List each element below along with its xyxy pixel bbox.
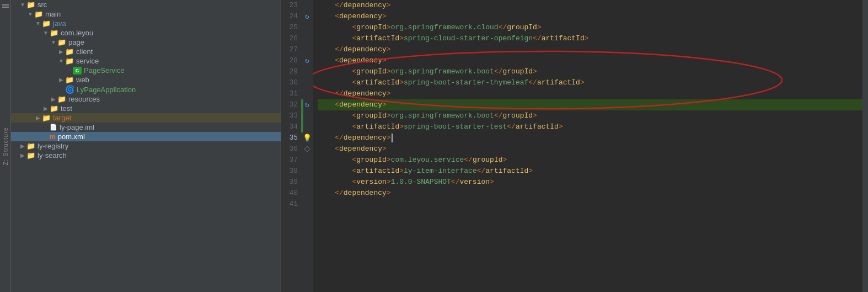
structure-label-text: Z: Structure bbox=[2, 127, 9, 165]
tree-item-target[interactable]: ▶ 📁 target bbox=[11, 113, 281, 123]
editor-panel: 23 24 25 26 27 28 29 30 31 32 33 34 35 3… bbox=[281, 0, 868, 292]
code-line-27: </dependency> bbox=[318, 44, 862, 55]
code-line-41 bbox=[318, 199, 862, 210]
line-num-41: 41 bbox=[281, 199, 301, 210]
tree-item-lypageapp[interactable]: 🌀 LyPageApplication bbox=[11, 84, 281, 94]
code-line-26: <artifactId>spring-cloud-starter-openfei… bbox=[318, 33, 862, 44]
editor-gutter: ↻ ↻ ↻ 💡 bbox=[301, 0, 313, 292]
line-num-28: 28 bbox=[281, 55, 301, 66]
tree-label-lypageiml: ly-page.iml bbox=[60, 123, 94, 131]
line-num-29: 29 bbox=[281, 66, 301, 77]
tree-item-client[interactable]: ▶ 📁 client bbox=[11, 47, 281, 56]
sidebar-dots bbox=[2, 4, 9, 9]
line-num-36: 36 bbox=[281, 144, 301, 155]
tree-label-page: page bbox=[68, 38, 84, 46]
code-line-33: <groupId>org.springframework.boot</group… bbox=[318, 110, 862, 121]
tree-item-service[interactable]: ▼ 📁 service bbox=[11, 56, 281, 66]
sidebar-structure-label: Z: Structure bbox=[0, 0, 11, 292]
editor-scrollbar[interactable] bbox=[862, 0, 868, 292]
code-line-24: <dependency> bbox=[318, 11, 862, 22]
tree-label-test: test bbox=[61, 104, 72, 113]
tree-label-web: web bbox=[76, 76, 89, 84]
line-num-31: 31 bbox=[281, 88, 301, 99]
line-numbers: 23 24 25 26 27 28 29 30 31 32 33 34 35 3… bbox=[281, 0, 301, 292]
line-num-26: 26 bbox=[281, 33, 301, 44]
code-line-40: </dependency> bbox=[318, 188, 862, 199]
tree-label-src: src bbox=[37, 1, 47, 9]
line-num-39: 39 bbox=[281, 177, 301, 188]
line-num-24: 24 bbox=[281, 11, 301, 22]
code-line-28: <dependency> bbox=[318, 55, 862, 66]
code-line-32: <dependency> bbox=[318, 99, 862, 110]
tree-item-pomxml[interactable]: m pom.xml bbox=[11, 132, 281, 141]
tree-label-target: target bbox=[53, 114, 71, 122]
gutter-36[interactable] bbox=[301, 144, 313, 155]
line-num-32: 32 bbox=[281, 99, 301, 110]
line-num-35: 35 bbox=[281, 132, 301, 144]
tree-label-comleyou: com.leyou bbox=[61, 29, 93, 37]
gutter-24[interactable]: ↻ bbox=[301, 11, 313, 22]
line-num-25: 25 bbox=[281, 22, 301, 33]
code-line-31: </dependency> bbox=[318, 88, 862, 99]
line-num-27: 27 bbox=[281, 44, 301, 55]
code-line-29: <groupId>org.springframework.boot</group… bbox=[318, 66, 862, 77]
tree-label-client: client bbox=[76, 47, 93, 56]
tree-item-lysearch[interactable]: ▶ 📁 ly-search bbox=[11, 151, 281, 160]
code-line-25: <groupId>org.springframework.cloud</grou… bbox=[318, 22, 862, 33]
tree-item-java[interactable]: ▼ 📁 java bbox=[11, 19, 281, 28]
tree-label-main: main bbox=[45, 10, 61, 18]
tree-label-pomxml: pom.xml bbox=[58, 132, 85, 141]
line-num-34: 34 bbox=[281, 121, 301, 132]
code-line-23: </dependency> bbox=[318, 0, 862, 11]
gutter-32[interactable]: ↻ bbox=[301, 99, 313, 110]
line-num-37: 37 bbox=[281, 155, 301, 166]
line-num-33: 33 bbox=[281, 110, 301, 121]
tree-label-java: java bbox=[53, 19, 66, 28]
tree-label-lyregistry: ly-registry bbox=[37, 142, 68, 150]
tree-label-resources: resources bbox=[68, 95, 100, 103]
line-num-38: 38 bbox=[281, 166, 301, 177]
code-line-38: <artifactId>ly-item-interface</artifactI… bbox=[318, 166, 862, 177]
code-line-39: <version>1.0.0-SNAPSHOT</version> bbox=[318, 177, 862, 188]
tree-label-lysearch: ly-search bbox=[37, 151, 67, 160]
tree-item-page[interactable]: ▼ 📁 page bbox=[11, 38, 281, 47]
code-content[interactable]: </dependency> <dependency> <groupId>org.… bbox=[313, 0, 862, 292]
tree-item-web[interactable]: ▶ 📁 web bbox=[11, 75, 281, 84]
code-line-30: <artifactId>spring-boot-starter-thymelea… bbox=[318, 77, 862, 88]
tree-item-test[interactable]: ▶ 📁 test bbox=[11, 104, 281, 113]
code-line-34: <artifactId>spring-boot-starter-test</ar… bbox=[318, 121, 862, 132]
code-line-35: </dependency> bbox=[318, 132, 862, 144]
line-num-30: 30 bbox=[281, 77, 301, 88]
tree-label-pageservice: PageService bbox=[84, 66, 125, 75]
tree-label-lypageapp: LyPageApplication bbox=[77, 86, 136, 94]
gutter-28[interactable]: ↻ bbox=[301, 55, 313, 66]
tree-item-src[interactable]: ▼ 📁 src bbox=[11, 0, 281, 9]
tree-label-service: service bbox=[76, 57, 99, 65]
code-line-36: <dependency> bbox=[318, 144, 862, 155]
code-line-37: <groupId>com.leyou.service</groupId> bbox=[318, 155, 862, 166]
gutter-35-bulb[interactable]: 💡 bbox=[301, 132, 313, 144]
tree-item-lyregistry[interactable]: ▶ 📁 ly-registry bbox=[11, 141, 281, 151]
tree-item-lypageiml[interactable]: 📄 ly-page.iml bbox=[11, 123, 281, 132]
tree-item-resources[interactable]: ▶ 📁 resources bbox=[11, 94, 281, 104]
tree-item-main[interactable]: ▼ 📁 main bbox=[11, 9, 281, 19]
file-tree-panel: ▼ 📁 src ▼ 📁 main ▼ 📁 java ▼ 📁 com.leyou … bbox=[11, 0, 281, 292]
tree-item-comleyou[interactable]: ▼ 📁 com.leyou bbox=[11, 28, 281, 38]
line-num-40: 40 bbox=[281, 188, 301, 199]
tree-item-pageservice[interactable]: C PageService bbox=[11, 66, 281, 75]
line-num-23: 23 bbox=[281, 0, 301, 11]
